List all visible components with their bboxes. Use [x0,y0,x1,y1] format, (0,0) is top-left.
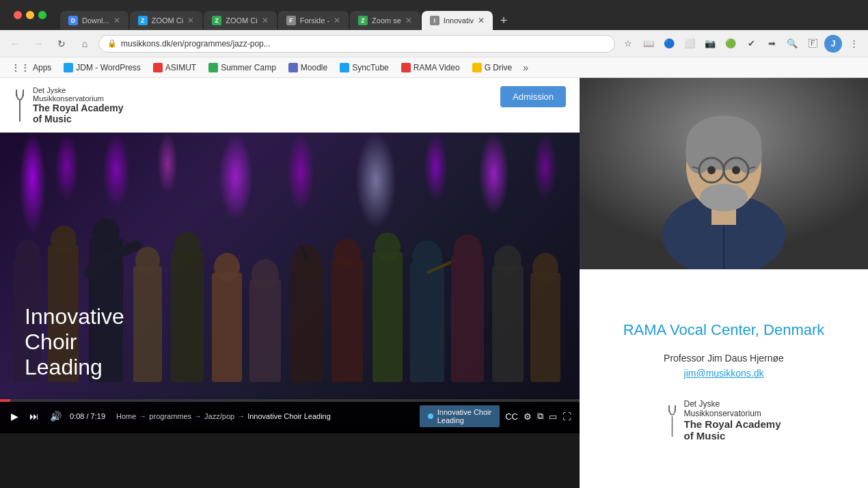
apps-icon: ⋮⋮ [11,62,30,73]
extension2-icon[interactable]: ⬜ [681,35,699,53]
chapter-line1: Innovative Choir [437,408,492,416]
back-icon: ← [10,38,20,49]
bookmark-icon[interactable]: ☆ [619,35,637,53]
close-button[interactable] [14,11,22,19]
svg-rect-11 [133,266,162,382]
tab-label-zoom1: ZOOM Ci [152,16,183,25]
chapter-dot [428,414,433,419]
home-icon: ⌂ [82,38,87,49]
extension1-icon[interactable]: 🔵 [660,35,678,53]
reload-icon: ↻ [57,38,66,49]
tab-zoom-se[interactable]: Z Zoom se ✕ [350,11,420,30]
minimize-button[interactable] [26,11,34,19]
cc-button[interactable]: CC [505,411,518,422]
breadcrumb: Home → programmes → Jazz/pop → Innovativ… [111,412,414,420]
svg-rect-22 [331,259,363,382]
tab-close-zoom1[interactable]: ✕ [187,16,194,25]
slide-conservatory-logo: Det Jyske Musikkonservatorium The Royal … [667,399,781,442]
address-bar[interactable]: 🔒 musikkons.dk/en/programmes/jazz-pop... [98,35,615,53]
bookmark-favicon-jdm [64,63,73,72]
chrome-menu-icon[interactable]: ⋮ [845,35,863,53]
svg-point-50 [700,184,748,211]
svg-rect-13 [171,252,204,382]
home-button[interactable]: ⌂ [75,34,94,53]
tab-close-downloads[interactable]: ✕ [113,16,120,25]
bookmark-moodle[interactable]: Moodle [283,62,333,74]
site-header: Det Jyske Musikkonservatorium The Royal … [0,78,580,133]
slide-logo-line2: Musikkonservatorium [684,409,781,418]
apps-label: Apps [33,63,51,72]
next-button[interactable]: ⏭ [27,409,42,423]
svg-rect-31 [492,266,524,382]
maximize-button[interactable] [38,11,46,19]
tab-zoom1[interactable]: Z ZOOM Ci ✕ [130,11,202,30]
volume-button[interactable]: 🔊 [47,409,64,423]
hero-background: Innovative Choir Leading [0,133,580,433]
tab-close-innovative[interactable]: ✕ [478,16,485,25]
back-button[interactable]: ← [5,34,25,53]
profile-avatar[interactable]: J [824,35,842,53]
fullscreen-button[interactable]: ⛶ [562,411,571,422]
bookmark-apps[interactable]: ⋮⋮ Apps [5,61,57,74]
bookmark-label-synctube: SyncTube [352,63,389,72]
tab-close-zoom2[interactable]: ✕ [262,16,269,25]
bookmark-gdrive[interactable]: G Drive [467,62,518,74]
bc-programmes: programmes [149,412,191,420]
bookmark-rama-video[interactable]: RAMA Video [396,62,465,74]
extension4-icon[interactable]: 🟢 [722,35,740,53]
bc-home: Home [116,412,136,420]
tab-favicon-forside: F [286,16,296,25]
tab-favicon-zoom-se: Z [358,16,368,25]
play-button[interactable]: ▶ [8,409,21,423]
toolbar: ← → ↻ ⌂ 🔒 musikkons.dk/en/programmes/jaz… [0,30,868,57]
bookmark-summer-camp[interactable]: Summer Camp [203,62,282,74]
forward-button[interactable]: → [29,34,48,53]
tab-downloads[interactable]: D Downl... ✕ [60,11,128,30]
slide-professor: Professor Jim Daus Hjernøe [664,353,784,364]
admission-button[interactable]: Admission [500,86,566,107]
bookmark-jdm-wordpress[interactable]: JDM - WordPress [58,62,146,74]
lock-icon: 🔒 [107,39,117,48]
time-total: 7:19 [91,412,105,420]
hero-title: Innovative Choir Leading [25,304,124,380]
slide-tuning-fork-icon [667,403,677,438]
bc-arrow2: → [194,412,202,420]
slide-email-link[interactable]: jim@musikkons.dk [684,368,764,379]
extension6-icon[interactable]: ➡ [763,35,781,53]
tab-close-zoom-se[interactable]: ✕ [405,16,412,25]
bookmark-favicon-rama [401,63,411,72]
bc-current: Innovative Choir Leading [247,412,331,420]
tab-zoom2[interactable]: Z ZOOM Ci ✕ [204,11,276,30]
tab-label-zoom2: ZOOM Ci [226,16,257,25]
pip-button[interactable]: ⧉ [537,411,543,422]
progress-bar-container[interactable] [0,399,580,402]
bookmark-label-moodle: Moodle [301,63,327,72]
bookmark-asimut[interactable]: ASIMUT [148,62,202,74]
reading-list-icon[interactable]: 📖 [640,35,657,53]
tab-innovative[interactable]: I Innovativ ✕ [422,11,493,30]
person-silhouette [580,78,868,269]
svg-point-16 [214,253,240,282]
bookmark-favicon-summercamp [208,63,218,72]
logo-line2: Musikkonservatorium [33,94,124,103]
bc-jazz: Jazz/pop [204,412,234,420]
theater-button[interactable]: ▭ [549,411,557,422]
extension5-icon[interactable]: ✔ [742,35,760,53]
extension8-icon[interactable]: 🇫 [804,35,822,53]
new-tab-button[interactable]: + [494,11,513,30]
traffic-lights [5,5,55,25]
extension3-icon[interactable]: 📷 [701,35,719,53]
tab-close-forside[interactable]: ✕ [334,16,340,25]
tab-forside[interactable]: F Forside - ✕ [278,11,349,30]
zoom-panel: RAMA Vocal Center, Denmark Professor Jim… [580,78,868,488]
bookmarks-more-button[interactable]: » [519,61,532,74]
settings-video-button[interactable]: ⚙ [524,411,532,422]
extension7-icon[interactable]: 🔍 [783,35,801,53]
tab-label-forside: Forside - [300,16,329,25]
bookmark-synctube[interactable]: SyncTube [334,62,394,74]
reload-button[interactable]: ↻ [52,34,71,53]
bookmark-label-jdm: JDM - WordPress [76,63,140,72]
svg-point-48 [732,166,740,174]
tab-favicon-innovative: I [430,16,439,25]
logo-line3: The Royal Academy [33,103,124,113]
